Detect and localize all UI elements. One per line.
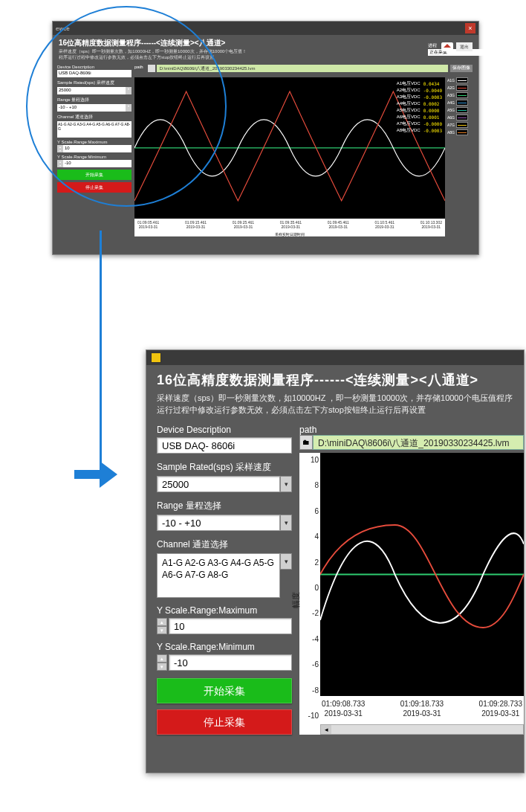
legend-swatch: [456, 92, 468, 98]
readout-value: 0.0001: [423, 114, 440, 120]
x-tick: 01:10:13.3022019-03-31: [421, 220, 442, 232]
exit-button[interactable]: 退出: [456, 42, 473, 51]
plot-area: [320, 453, 524, 696]
y-tick: 0: [299, 584, 319, 592]
chevron-down-icon[interactable]: ▾: [280, 553, 292, 570]
legend-label: A8G: [447, 130, 455, 135]
rate-input[interactable]: 25000: [157, 476, 280, 492]
app-title: 16位高精度数据测量程序------<连续测量><八通道>: [59, 38, 473, 48]
left-panel: Device DescriptionUSB DAQ-8606i Sample R…: [57, 65, 132, 236]
folder-icon[interactable]: 🖿: [299, 435, 313, 450]
home-icon[interactable]: [441, 42, 453, 51]
x-axis: 01:09:08.7332019-03-3101:09:18.7332019-0…: [320, 696, 524, 724]
y-tick: -2: [299, 609, 319, 617]
chevron-down-icon[interactable]: ▾: [126, 87, 132, 94]
device-input[interactable]: USB DAQ- 8606i: [157, 437, 292, 454]
plot-area: A1电压VDC0.0434A2电压VDC-0.0040A3电压VDC-0.000…: [134, 77, 445, 219]
horizontal-scrollbar[interactable]: ◂: [320, 724, 524, 735]
chevron-down-icon[interactable]: ▾: [57, 164, 63, 167]
y-tick: 10: [299, 456, 319, 464]
chevron-down-icon[interactable]: ▾: [280, 476, 292, 492]
ymax-label: Y Scale.Range:Maximum: [157, 605, 292, 616]
range-input[interactable]: -10 - +10: [57, 104, 126, 112]
save-image-button[interactable]: 保存图像: [450, 65, 473, 72]
path-value[interactable]: D:\miniDAQ\8606i\八通道_20190330234425.lvm: [157, 65, 448, 72]
legend-label: A1G: [447, 78, 455, 83]
readout-name: A2电压VDC: [397, 87, 421, 94]
stop-button[interactable]: 停止采集: [157, 709, 292, 735]
legend-item[interactable]: A2G: [447, 85, 474, 91]
range-input[interactable]: -10 - +10: [157, 515, 280, 531]
x-tick: 01:09:28.7332019-03-31: [479, 699, 522, 724]
readout-row: A5电压VDC0.0000: [397, 107, 442, 114]
app-sub1: 采样速度（sps）即一秒测量次数，如10000HZ，即一秒测量10000次，并存…: [59, 48, 473, 54]
legend-label: A2G: [447, 86, 455, 90]
ymin-label: Y Scale.Range:Minimum: [157, 642, 292, 652]
x-tick: 01:09:45.4612019-03-31: [328, 220, 349, 232]
y-tick: -4: [299, 635, 319, 643]
header: 16位高精度数据测量程序------<连续测量><八通道> 采样速度（sps）即…: [53, 35, 478, 63]
legend-label: A3G: [447, 93, 455, 97]
readout-row: A8电压VDC-0.0003: [397, 127, 442, 134]
readout-name: A6电压VDC: [397, 114, 421, 120]
ymax-input[interactable]: 10: [169, 618, 292, 634]
chevron-down-icon[interactable]: ▾: [57, 149, 63, 152]
ymax-input[interactable]: 10: [63, 145, 132, 152]
path-label: path: [299, 425, 524, 435]
readout-row: A1电压VDC0.0434: [397, 80, 442, 87]
channel-label: Channel 通道选择: [157, 538, 292, 551]
readout-name: A7电压VDC: [397, 120, 421, 127]
legend-item[interactable]: A1G: [447, 77, 474, 83]
device-input[interactable]: USB DAQ-8606i: [57, 70, 132, 77]
start-button[interactable]: 开始采集: [157, 678, 292, 703]
legend-item[interactable]: A8G: [447, 129, 474, 135]
arrow-line: [100, 231, 102, 468]
device-label: Device Description: [157, 425, 292, 435]
legend-label: A5G: [447, 108, 455, 112]
chevron-down-icon[interactable]: ▾: [157, 663, 167, 671]
x-tick: 01:09:18.7332019-03-31: [400, 699, 444, 724]
legend-swatch: [456, 115, 468, 120]
channel-input[interactable]: A1-G A2-G A3-G A4-G A5-G A6-G A7-G A8-G: [157, 553, 280, 598]
start-button[interactable]: 开始采集: [57, 170, 132, 180]
app-title: 16位高精度数据测量程序------<连续测量><八通道>: [157, 371, 513, 389]
path-value[interactable]: D:\miniDAQ\8606i\八通道_20190330234425.lvm: [313, 435, 524, 450]
stop-button[interactable]: 停止采集: [57, 182, 132, 193]
y-tick: 2: [299, 558, 319, 567]
readouts: A1电压VDC0.0434A2电压VDC-0.0040A3电压VDC-0.000…: [397, 80, 442, 134]
legend: A1GA2GA3GA4GA5GA6GA7GA8G: [447, 77, 474, 236]
x-tick: 01:09:25.4612019-03-31: [233, 220, 254, 232]
y-axis-label: 幅度: [290, 591, 302, 608]
chevron-up-icon[interactable]: ▴: [157, 654, 167, 663]
rate-label: Sample Rated(sps) 采样速度: [157, 461, 292, 474]
x-tick: 01:09:05.4612019-03-31: [137, 220, 159, 232]
x-tick: 01:09:35.4612019-03-31: [280, 220, 302, 232]
scroll-left-icon[interactable]: ◂: [321, 725, 331, 734]
folder-icon[interactable]: [148, 65, 155, 72]
bottom-window: 16位高精度数据测量程序------<连续测量><八通道> 采样速度（sps）即…: [146, 349, 525, 773]
chevron-down-icon[interactable]: ▾: [126, 104, 132, 112]
readout-value: 0.0000: [423, 107, 440, 114]
ymin-input[interactable]: -10: [63, 160, 132, 167]
top-window: ewce × 16位高精度数据测量程序------<连续测量><八通道> 采样速…: [52, 21, 479, 255]
legend-item[interactable]: A7G: [447, 122, 474, 128]
readout-value: -0.0040: [423, 87, 442, 94]
readout-value: -0.0003: [423, 94, 442, 100]
ymax-label: Y Scale.Range:Maximum: [57, 140, 132, 144]
legend-item[interactable]: A4G: [447, 100, 474, 106]
close-icon[interactable]: ×: [465, 23, 475, 33]
legend-item[interactable]: A6G: [447, 115, 474, 120]
legend-item[interactable]: A3G: [447, 92, 474, 98]
chevron-down-icon[interactable]: ▾: [280, 515, 292, 531]
y-axis: 1086420-2-4-6-8-10: [299, 453, 320, 735]
chevron-down-icon[interactable]: ▾: [157, 626, 167, 634]
ymin-input[interactable]: -10: [169, 654, 292, 671]
y-tick: -10: [299, 712, 319, 720]
chevron-up-icon[interactable]: ▴: [157, 618, 167, 626]
legend-item[interactable]: A5G: [447, 107, 474, 113]
readout-name: A3电压VDC: [397, 94, 421, 100]
device-label: Device Description: [57, 65, 132, 69]
channel-input[interactable]: A1-G A2-G A3-G A4-G A5-G A6-G A7-G A8-G: [57, 121, 132, 138]
readout-row: A7电压VDC-0.0000: [397, 120, 442, 127]
rate-input[interactable]: 25000: [57, 87, 126, 94]
